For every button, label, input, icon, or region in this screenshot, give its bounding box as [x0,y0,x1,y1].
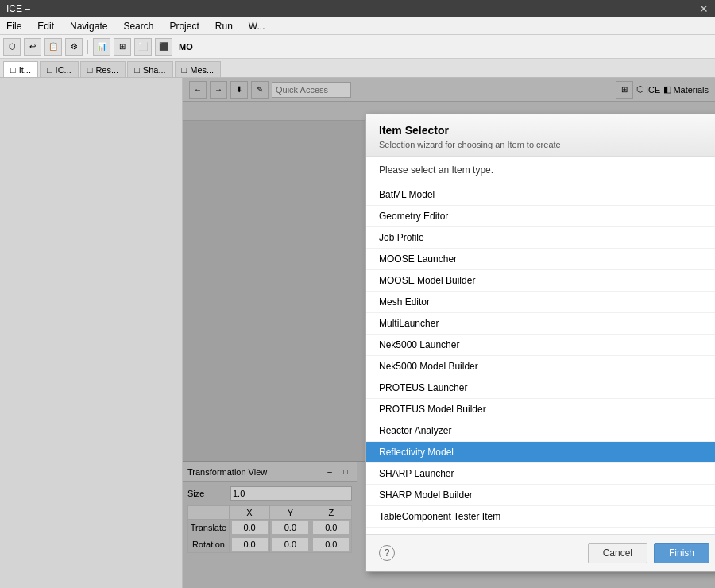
toolbar: ⬡ ↩ 📋 ⚙ 📊 ⊞ ⬜ ⬛ MO [0,35,715,59]
tab-label-3: Sha... [143,65,166,75]
menu-w[interactable]: W... [245,19,269,33]
list-item[interactable]: PROTEUS Launcher [366,377,715,399]
tab-icon-3: □ [134,65,140,75]
finish-button[interactable]: Finish [654,543,709,563]
modal-instruction: Please select an Item type. [366,157,715,184]
list-item[interactable]: Reflectivity Model [366,442,715,463]
title-bar: ICE – ✕ [0,0,715,17]
list-item[interactable]: MultiLauncher [366,313,715,335]
list-item[interactable]: Mesh Editor [366,292,715,313]
list-item[interactable]: Job Profile [366,227,715,249]
app-title: ICE – [6,3,30,14]
menu-bar: File Edit Navigate Search Project Run W.… [0,17,715,35]
tab-1[interactable]: □ IC... [40,61,79,77]
tab-3[interactable]: □ Sha... [127,61,172,77]
list-item[interactable]: Reactor Analyzer [366,420,715,442]
list-item[interactable]: SHARP Model Builder [366,485,715,506]
list-item[interactable]: PROTEUS Model Builder [366,399,715,420]
modal-subtitle: Selection wizard for choosing an Item to… [379,140,709,149]
left-panel [0,78,183,588]
tab-label-4: Mes... [190,65,214,75]
menu-run[interactable]: Run [212,19,236,33]
toolbar-sep-1 [87,40,88,54]
list-item[interactable]: MOOSE Launcher [366,249,715,270]
tab-label-1: IC... [56,65,72,75]
toolbar-btn-5[interactable]: 📊 [93,38,110,56]
toolbar-btn-6[interactable]: ⊞ [114,38,131,56]
list-item[interactable]: Geometry Editor [366,206,715,227]
item-selector-modal: Item Selector Selection wizard for choos… [365,114,715,572]
list-item[interactable]: Nek5000 Launcher [366,335,715,356]
tab-label-0: It... [19,65,31,75]
tab-icon-0: □ [10,65,16,75]
right-panel: ← → ⬇ ✎ ⊞ ⬡ ICE ◧ Materials [183,78,715,588]
menu-search[interactable]: Search [120,19,157,33]
modal-footer: ? Cancel Finish [366,534,715,571]
help-icon-btn[interactable]: ? [379,545,395,561]
list-item[interactable]: MOOSE Model Builder [366,270,715,292]
toolbar-btn-8[interactable]: ⬛ [155,38,172,56]
tab-icon-1: □ [47,65,52,75]
list-item[interactable]: SHARP Launcher [366,463,715,485]
main-area: ← → ⬇ ✎ ⊞ ⬡ ICE ◧ Materials [0,78,715,588]
tab-0[interactable]: □ It... [3,61,38,77]
toolbar-btn-2[interactable]: ↩ [24,38,41,56]
modal-title: Item Selector [379,124,709,137]
menu-file[interactable]: File [3,19,25,33]
cancel-button[interactable]: Cancel [588,543,647,563]
tab-bar: □ It... □ IC... □ Res... □ Sha... □ Mes.… [0,59,715,78]
tab-2[interactable]: □ Res... [80,61,126,77]
list-item[interactable]: BatML Model [366,184,715,206]
tab-icon-4: □ [182,65,187,75]
toolbar-btn-1[interactable]: ⬡ [3,38,21,56]
footer-buttons: Cancel Finish [588,543,709,563]
list-item[interactable]: TableComponent Tester Item [366,506,715,528]
list-item[interactable]: Nek5000 Model Builder [366,356,715,377]
mo-label: MO [179,42,193,52]
title-close-btn[interactable]: ✕ [699,2,709,15]
tab-icon-2: □ [87,65,93,75]
menu-project[interactable]: Project [166,19,202,33]
menu-navigate[interactable]: Navigate [67,19,110,33]
tab-4[interactable]: □ Mes... [175,61,222,77]
toolbar-btn-3[interactable]: 📋 [44,38,62,56]
modal-overlay: Item Selector Selection wizard for choos… [183,78,715,588]
modal-header: Item Selector Selection wizard for choos… [366,114,715,157]
toolbar-btn-4[interactable]: ⚙ [65,38,83,56]
tab-label-2: Res... [95,65,118,75]
toolbar-btn-7[interactable]: ⬜ [134,38,152,56]
list-item[interactable]: VIBE Key-Value Pair [366,528,715,534]
modal-list[interactable]: BatML ModelGeometry EditorJob ProfileMOO… [366,184,715,534]
menu-edit[interactable]: Edit [34,19,57,33]
